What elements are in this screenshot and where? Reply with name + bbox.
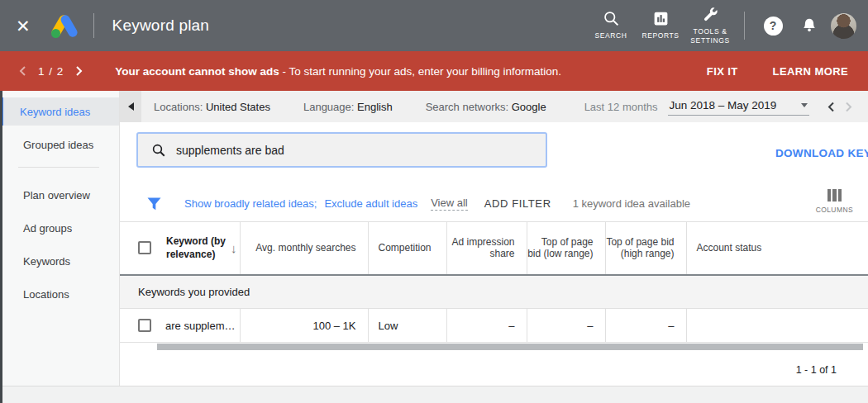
column-header-avg-monthly-searches[interactable]: Avg. monthly searches bbox=[240, 222, 368, 275]
topbar-divider bbox=[744, 12, 745, 40]
row-checkbox[interactable] bbox=[138, 319, 151, 332]
sort-descending-icon[interactable]: ↓ bbox=[231, 241, 237, 255]
keyword-idea-count: 1 keyword idea available bbox=[573, 197, 690, 210]
pagination: 1 - 1 of 1 bbox=[120, 352, 868, 387]
broadly-related-ideas-link[interactable]: Show broadly related ideas; bbox=[184, 197, 317, 210]
keyword-ideas-table: Keyword (by relevance) ↓ Avg. monthly se… bbox=[120, 221, 868, 343]
sidebar-item-plan-overview[interactable]: Plan overview bbox=[0, 181, 119, 209]
avg-monthly-searches-cell: 100 – 1K bbox=[240, 309, 368, 343]
banner-next-icon[interactable] bbox=[72, 62, 87, 80]
banner-message-rest: - To start running your ads, enter your … bbox=[279, 65, 561, 78]
search-nav-button[interactable]: SEARCH bbox=[587, 10, 635, 40]
date-range-value: Jun 2018 – May 2019 bbox=[670, 99, 777, 111]
banner-message: Your account cannot show ads - To start … bbox=[115, 65, 561, 78]
language-filter[interactable]: Language: English bbox=[303, 101, 393, 113]
column-header-ad-impression-share[interactable]: Ad impression share bbox=[446, 222, 527, 275]
column-header-top-bid-high[interactable]: Top of page bid (high range) bbox=[605, 222, 686, 275]
top-bid-low-cell: – bbox=[527, 309, 605, 343]
date-prev-icon[interactable] bbox=[823, 98, 840, 116]
filter-funnel-icon[interactable] bbox=[147, 197, 161, 211]
horizontal-scrollbar-thumb[interactable] bbox=[157, 344, 863, 350]
search-icon bbox=[603, 10, 620, 27]
account-status-cell bbox=[686, 309, 868, 343]
column-header-top-bid-low[interactable]: Top of page bid (low range) bbox=[527, 222, 605, 275]
search-networks-filter-value: Google bbox=[512, 101, 546, 113]
columns-button-label: COLUMNS bbox=[816, 206, 853, 214]
banner-prev-icon[interactable] bbox=[15, 62, 30, 80]
column-header-keyword[interactable]: Keyword (by relevance) bbox=[166, 235, 226, 261]
pagination-label: 1 - 1 of 1 bbox=[796, 364, 837, 376]
date-next-icon[interactable] bbox=[840, 98, 857, 116]
reports-nav-button[interactable]: REPORTS bbox=[637, 10, 684, 40]
chevron-down-icon bbox=[801, 103, 808, 107]
notifications-button[interactable] bbox=[791, 16, 827, 36]
google-ads-logo bbox=[49, 13, 80, 38]
help-button[interactable]: ? bbox=[755, 17, 791, 36]
columns-icon bbox=[827, 189, 842, 202]
plan-sidebar: Keyword ideas Grouped ideas Plan overvie… bbox=[0, 91, 120, 403]
keyword-cell: are supplem… bbox=[165, 320, 236, 332]
column-header-competition[interactable]: Competition bbox=[368, 222, 446, 275]
language-filter-value: English bbox=[357, 101, 393, 113]
download-keyword-ideas-link[interactable]: DOWNLOAD KEYW bbox=[775, 147, 868, 159]
table-header-row: Keyword (by relevance) ↓ Avg. monthly se… bbox=[120, 222, 868, 275]
footer-strip bbox=[0, 386, 868, 403]
date-range-select[interactable]: Jun 2018 – May 2019 bbox=[668, 97, 810, 116]
search-icon bbox=[151, 143, 166, 158]
keyword-search-box bbox=[136, 132, 547, 168]
section-header-label: Keywords you provided bbox=[120, 275, 868, 309]
columns-button[interactable]: COLUMNS bbox=[816, 189, 853, 214]
reports-icon bbox=[652, 10, 670, 27]
learn-more-button[interactable]: LEARN MORE bbox=[773, 65, 848, 78]
window-left-edge bbox=[0, 91, 2, 403]
collapse-panel-button[interactable] bbox=[120, 91, 141, 122]
bell-icon bbox=[800, 16, 818, 36]
collapse-arrow-icon bbox=[128, 102, 134, 111]
language-filter-label: Language: bbox=[303, 101, 354, 113]
targeting-filter-bar: Locations: United States Language: Engli… bbox=[120, 91, 868, 122]
keyword-search-input[interactable] bbox=[176, 144, 546, 157]
top-bid-high-cell: – bbox=[605, 309, 686, 343]
table-section-row: Keywords you provided bbox=[120, 275, 868, 309]
sidebar-item-locations[interactable]: Locations bbox=[0, 280, 119, 308]
keyword-planner-window: ✕ Keyword plan SEARCH REPORTS bbox=[0, 0, 868, 403]
view-all-link[interactable]: View all bbox=[431, 197, 468, 211]
fix-it-button[interactable]: FIX IT bbox=[707, 65, 738, 78]
exclude-adult-ideas-link[interactable]: Exclude adult ideas bbox=[324, 197, 417, 210]
keyword-search-row: DOWNLOAD KEYW bbox=[120, 122, 868, 186]
horizontal-scrollbar bbox=[120, 344, 868, 352]
banner-pager: 1 / 2 bbox=[38, 65, 64, 78]
select-all-checkbox[interactable] bbox=[138, 241, 151, 254]
ideas-toolbar: Show broadly related ideas; Exclude adul… bbox=[120, 186, 868, 221]
sidebar-item-keywords[interactable]: Keywords bbox=[0, 247, 119, 275]
top-app-bar: ✕ Keyword plan SEARCH REPORTS bbox=[0, 0, 868, 51]
locations-filter[interactable]: Locations: United States bbox=[154, 101, 270, 113]
account-avatar[interactable] bbox=[831, 13, 856, 39]
table-row[interactable]: are supplem… 100 – 1K Low – – – bbox=[120, 309, 868, 343]
date-range-label: Last 12 months bbox=[584, 101, 658, 113]
sidebar-item-ad-groups[interactable]: Ad groups bbox=[0, 214, 119, 242]
sidebar-item-grouped-ideas[interactable]: Grouped ideas bbox=[0, 130, 119, 159]
billing-alert-banner: 1 / 2 Your account cannot show ads - To … bbox=[0, 51, 868, 91]
tools-settings-nav-button[interactable]: TOOLS & SETTINGS bbox=[686, 6, 734, 45]
page-title: Keyword plan bbox=[112, 17, 210, 35]
banner-message-bold: Your account cannot show ads bbox=[115, 65, 279, 78]
close-icon[interactable]: ✕ bbox=[16, 17, 31, 35]
search-networks-filter-label: Search networks: bbox=[426, 101, 508, 113]
ad-impression-share-cell: – bbox=[446, 309, 527, 343]
column-header-account-status[interactable]: Account status bbox=[686, 222, 868, 275]
locations-filter-label: Locations: bbox=[154, 101, 203, 113]
search-networks-filter[interactable]: Search networks: Google bbox=[426, 101, 546, 113]
add-filter-button[interactable]: ADD FILTER bbox=[484, 197, 551, 210]
sidebar-item-keyword-ideas[interactable]: Keyword ideas bbox=[0, 97, 119, 126]
wrench-icon bbox=[702, 6, 719, 23]
help-icon: ? bbox=[764, 17, 783, 36]
competition-cell: Low bbox=[368, 309, 446, 343]
topbar-divider bbox=[93, 13, 94, 38]
sidebar-divider bbox=[18, 167, 99, 168]
main-content: Locations: United States Language: Engli… bbox=[120, 91, 868, 403]
locations-filter-value: United States bbox=[206, 101, 270, 113]
